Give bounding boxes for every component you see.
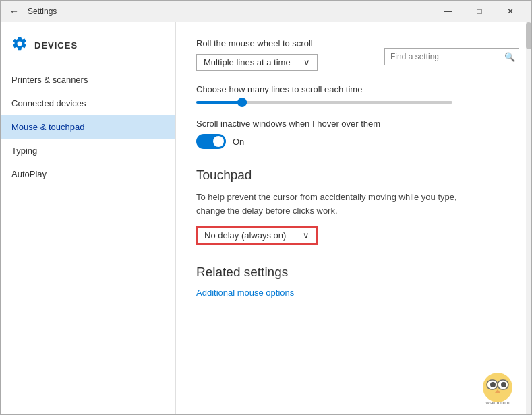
lines-label: Choose how many lines to scroll each tim… [196, 84, 511, 94]
settings-window: ← Settings — □ ✕ DEVICES Printers & scan… [0, 0, 532, 415]
svg-point-4 [501, 382, 506, 387]
additional-mouse-options-link[interactable]: Additional mouse options [196, 288, 294, 298]
touchpad-dropdown-arrow: ∨ [303, 230, 309, 241]
sidebar-item-printers[interactable]: Printers & scanners [1, 68, 175, 92]
lines-slider-section: Choose how many lines to scroll each tim… [196, 84, 511, 104]
watermark: wsxdn.com [471, 367, 525, 408]
scroll-inactive-label: Scroll inactive windows when I hover ove… [196, 119, 511, 129]
toggle-knob [213, 136, 224, 147]
main-content: 🔍 Roll the mouse wheel to scroll Multipl… [176, 22, 531, 414]
sidebar-item-autoplay[interactable]: AutoPlay [1, 162, 175, 186]
minimize-button[interactable]: — [433, 1, 464, 22]
scroll-dropdown-arrow: ∨ [303, 57, 310, 67]
scrollbar-track [526, 22, 531, 414]
svg-text:wsxdn.com: wsxdn.com [485, 400, 509, 405]
slider-thumb[interactable] [237, 98, 247, 107]
titlebar: ← Settings — □ ✕ [1, 1, 531, 22]
scroll-inactive-toggle[interactable] [196, 134, 226, 149]
toggle-row: On [196, 134, 511, 149]
toggle-section: Scroll inactive windows when I hover ove… [196, 119, 511, 149]
search-bar: 🔍 [384, 48, 519, 65]
window-title: Settings [28, 7, 57, 16]
sidebar-item-mouse[interactable]: Mouse & touchpad [1, 115, 175, 139]
sidebar-header: DEVICES [1, 28, 175, 63]
sidebar-item-connected[interactable]: Connected devices [1, 92, 175, 115]
sidebar-app-title: DEVICES [34, 40, 78, 51]
scroll-dropdown-value: Multiple lines at a time [204, 57, 291, 67]
svg-point-3 [490, 382, 496, 387]
touchpad-section: Touchpad To help prevent the cursor from… [196, 168, 511, 245]
content-area: DEVICES Printers & scanners Connected de… [1, 22, 531, 414]
window-controls: — □ ✕ [433, 1, 526, 22]
scrollbar-thumb[interactable] [526, 22, 531, 49]
scroll-wheel-label: Roll the mouse wheel to scroll [196, 38, 511, 49]
touchpad-description: To help prevent the cursor from accident… [196, 191, 486, 217]
scroll-dropdown[interactable]: Multiple lines at a time ∨ [196, 54, 318, 71]
toggle-state-label: On [233, 137, 244, 147]
related-heading: Related settings [196, 265, 511, 280]
touchpad-heading: Touchpad [196, 168, 511, 183]
search-input[interactable] [384, 48, 519, 65]
search-icon: 🔍 [504, 52, 515, 62]
gear-icon [11, 36, 28, 55]
related-section: Related settings Additional mouse option… [196, 265, 511, 298]
touchpad-dropdown-value: No delay (always on) [204, 230, 286, 241]
close-button[interactable]: ✕ [495, 1, 526, 22]
maximize-button[interactable]: □ [464, 1, 495, 22]
back-button[interactable]: ← [6, 3, 22, 20]
touchpad-dropdown[interactable]: No delay (always on) ∨ [196, 226, 318, 245]
sidebar: DEVICES Printers & scanners Connected de… [1, 22, 176, 414]
sidebar-item-typing[interactable]: Typing [1, 139, 175, 162]
slider-track[interactable] [196, 101, 452, 104]
sidebar-nav: Printers & scanners Connected devices Mo… [1, 68, 175, 186]
